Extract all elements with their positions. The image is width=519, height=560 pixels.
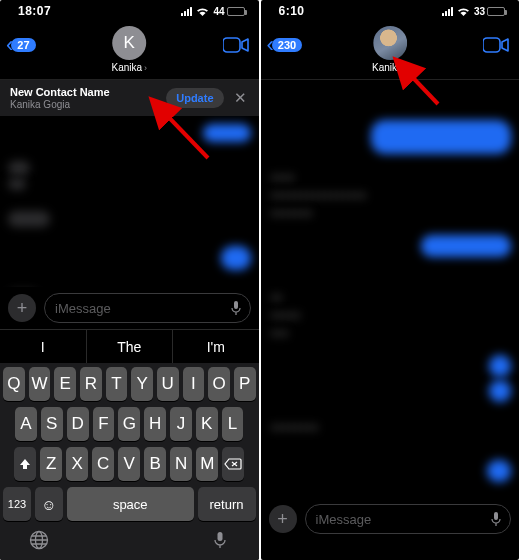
svg-rect-5 [483, 38, 500, 52]
key-e[interactable]: E [54, 367, 76, 401]
keyboard: Q W E R T Y U I O P A S D F G H J K L [0, 363, 259, 560]
contact-name-label: Kanika [111, 62, 142, 73]
conversation-area[interactable] [0, 116, 259, 287]
key-n[interactable]: N [170, 447, 192, 481]
emoji-key[interactable]: ☺ [35, 487, 63, 521]
avatar: K [112, 26, 146, 60]
key-t[interactable]: T [106, 367, 128, 401]
return-key[interactable]: return [198, 487, 256, 521]
contact-name-label: Kanika [372, 62, 403, 73]
message-input[interactable]: iMessage [305, 504, 512, 534]
key-h[interactable]: H [144, 407, 166, 441]
attach-button[interactable]: + [269, 505, 297, 533]
key-g[interactable]: G [118, 407, 140, 441]
message-bubble [8, 161, 30, 175]
back-button[interactable]: ‹ 230 [267, 32, 303, 58]
key-b[interactable]: B [144, 447, 166, 481]
cellular-signal-icon [181, 7, 192, 16]
key-p[interactable]: P [234, 367, 256, 401]
message-text: xxx [271, 326, 289, 340]
attach-button[interactable]: + [8, 294, 36, 322]
key-s[interactable]: S [41, 407, 63, 441]
key-w[interactable]: W [29, 367, 51, 401]
key-c[interactable]: C [92, 447, 114, 481]
key-d[interactable]: D [67, 407, 89, 441]
wifi-icon [457, 6, 470, 16]
compose-row: + iMessage [0, 287, 259, 329]
message-bubble [8, 178, 26, 190]
key-j[interactable]: J [170, 407, 192, 441]
key-o[interactable]: O [208, 367, 230, 401]
back-button[interactable]: ‹ 27 [6, 32, 36, 58]
svg-rect-4 [217, 532, 222, 541]
key-q[interactable]: Q [3, 367, 25, 401]
status-time: 18:07 [18, 4, 51, 18]
key-a[interactable]: A [15, 407, 37, 441]
svg-rect-6 [494, 512, 498, 520]
banner-subtitle: Kanika Gogia [10, 99, 160, 110]
message-text: xxxx [271, 170, 295, 184]
dictation-key[interactable] [210, 530, 230, 554]
chat-header: ‹ 27 K Kanika› [0, 22, 259, 80]
facetime-button[interactable] [223, 36, 249, 58]
facetime-button[interactable] [483, 36, 509, 58]
contact-title[interactable]: K Kanika› [111, 26, 147, 73]
conversation-area[interactable]: xxxx xxxxxxxxxxxxxxxx xxxxxxx xx xxxxx x… [261, 80, 520, 498]
dictate-icon[interactable] [490, 511, 502, 531]
wifi-icon [196, 6, 209, 16]
key-f[interactable]: F [93, 407, 115, 441]
message-bubble [489, 355, 511, 377]
message-text: xxxxxxxx [271, 420, 319, 434]
key-r[interactable]: R [80, 367, 102, 401]
contact-update-banner: New Contact Name Kanika Gogia Update ✕ [0, 80, 259, 116]
suggestion[interactable]: The [87, 330, 174, 363]
suggestion[interactable]: I [0, 330, 87, 363]
message-text: xxxxx [271, 308, 301, 322]
banner-title: New Contact Name [10, 86, 160, 98]
svg-rect-1 [234, 301, 238, 309]
close-banner-button[interactable]: ✕ [230, 89, 251, 107]
cellular-signal-icon [442, 7, 453, 16]
shift-key[interactable] [14, 447, 36, 481]
delete-key[interactable] [222, 447, 244, 481]
suggestion[interactable]: I'm [173, 330, 259, 363]
message-bubble [203, 124, 251, 142]
message-bubble [371, 120, 511, 154]
key-v[interactable]: V [118, 447, 140, 481]
message-input[interactable]: iMessage [44, 293, 251, 323]
battery-indicator: 33 [474, 6, 505, 17]
key-y[interactable]: Y [131, 367, 153, 401]
avatar [373, 26, 407, 60]
status-bar: 6:10 33 [261, 0, 520, 22]
contact-title[interactable]: Kanika› [372, 26, 408, 73]
back-count-badge: 230 [272, 38, 302, 52]
status-time: 6:10 [279, 4, 305, 18]
key-z[interactable]: Z [40, 447, 62, 481]
message-text: xxxxxxx [271, 206, 313, 220]
svg-rect-0 [223, 38, 240, 52]
battery-indicator: 44 [213, 6, 244, 17]
chat-header: ‹ 230 Kanika› [261, 22, 520, 80]
status-bar: 18:07 44 [0, 0, 259, 22]
space-key[interactable]: space [67, 487, 194, 521]
phone-right: 6:10 33 ‹ 230 Kanika› [261, 0, 520, 560]
chevron-right-icon: › [405, 63, 408, 73]
key-l[interactable]: L [222, 407, 244, 441]
key-k[interactable]: K [196, 407, 218, 441]
message-text: xx [271, 290, 283, 304]
quicktype-suggestions: I The I'm [0, 329, 259, 363]
message-text: xxxxxxxxxxxxxxxx [271, 188, 367, 202]
update-button[interactable]: Update [166, 88, 223, 108]
message-bubble [489, 380, 511, 402]
key-i[interactable]: I [183, 367, 205, 401]
globe-key[interactable] [29, 530, 49, 554]
message-bubble [221, 246, 251, 270]
dictate-icon[interactable] [230, 300, 242, 320]
back-count-badge: 27 [11, 38, 35, 52]
key-m[interactable]: M [196, 447, 218, 481]
numbers-key[interactable]: 123 [3, 487, 31, 521]
compose-row: + iMessage [261, 498, 520, 540]
key-u[interactable]: U [157, 367, 179, 401]
message-bubble [487, 460, 511, 482]
key-x[interactable]: X [66, 447, 88, 481]
